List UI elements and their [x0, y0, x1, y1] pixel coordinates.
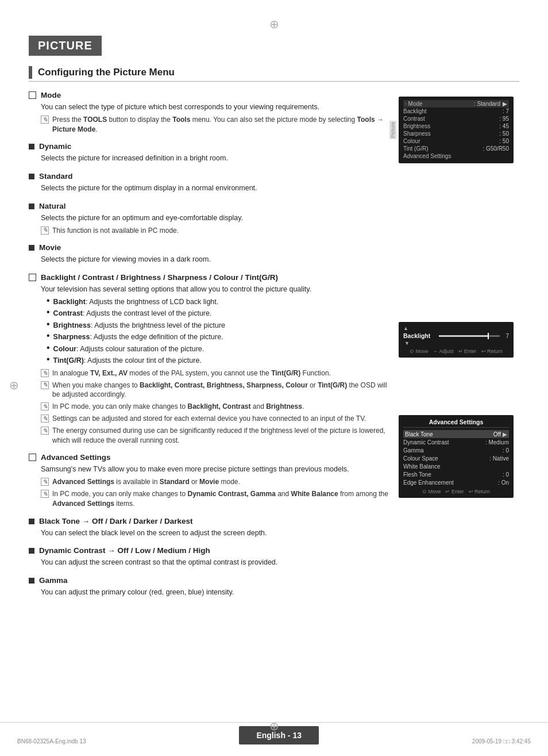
natural-desc: Selects the picture for an optimum and e…: [41, 213, 389, 224]
mode-note: ✎ Press the TOOLS button to display the …: [41, 115, 389, 135]
backlight-slider-row: Backlight 7: [403, 332, 509, 339]
panel-spacer2: [399, 358, 519, 415]
main-text: Mode You can select the type of picture …: [29, 91, 389, 606]
mode-desc: You can select the type of picture which…: [41, 102, 389, 113]
note-icon-bl5: ✎: [41, 427, 49, 435]
tv-advanced-label: Advanced Settings: [403, 153, 451, 159]
dot-bullet-1: •: [47, 296, 50, 305]
section-header: Configuring the Picture Menu: [29, 66, 519, 82]
tv-row-colour: Colour : 50: [403, 137, 509, 145]
gamma-title: Gamma: [39, 576, 68, 585]
backlight-track: [439, 335, 500, 337]
note-icon-bl4: ✎: [41, 415, 49, 423]
footer-left: BN68-02325A-Eng.indb 13: [17, 738, 86, 745]
movie-title-row: Movie: [29, 243, 389, 252]
gamma-body: You can adjust the primary colour (red, …: [41, 587, 389, 598]
adv-ctrl-enter: ↵ Enter: [445, 489, 464, 494]
backlight-note3: ✎ In PC mode, you can only make changes …: [41, 402, 389, 412]
backlight-checkbox: [29, 274, 36, 281]
blacktone-title-row: Black Tone → Off / Dark / Darker / Darke…: [29, 517, 389, 525]
tv-panel-picture: · Mode : Standard ▶ Backlight : 7 Contra…: [399, 97, 514, 163]
backlight-note1-text: In analogue TV, Ext., AV modes of the PA…: [52, 369, 331, 378]
page-title: PICTURE: [29, 36, 102, 56]
tv-row-backlight: Backlight : 7: [403, 108, 509, 115]
bullet-text-brightness: Brightness: Adjusts the brightness level…: [53, 321, 225, 331]
dyncontrast-section: Dynamic Contrast → Off / Low / Medium / …: [29, 546, 389, 568]
backlight-note2: ✎ When you make changes to Backlight, Co…: [41, 381, 389, 400]
natural-section: Natural Selects the picture for an optim…: [29, 202, 389, 236]
mode-body: You can select the type of picture which…: [41, 102, 389, 134]
bullet-tint: • Tint(G/R): Adjusts the colour tint of …: [47, 356, 389, 366]
bottom-decoration: ⊕: [269, 719, 279, 733]
standard-desc: Selects the picture for the optimum disp…: [41, 183, 389, 194]
bullet-text-sharpness: Sharpness: Adjusts the edge definition o…: [53, 332, 223, 343]
adv-ctrl-move: ⊙ Move: [422, 489, 441, 494]
note-icon-bl2: ✎: [41, 381, 49, 389]
tv-row-mode: · Mode : Standard ▶: [403, 100, 509, 108]
adv-colourspace-value: : Native: [489, 455, 509, 462]
tv-brightness-value: : 45: [499, 123, 509, 129]
adv-row-edge: Edge Enhancement : On: [403, 478, 509, 486]
tv-row-contrast: Contrast : 95: [403, 115, 509, 122]
bullet-contrast: • Contrast: Adjusts the contrast level o…: [47, 309, 389, 319]
left-decoration: ⊕: [9, 378, 19, 392]
gamma-title-row: Gamma: [29, 576, 389, 585]
dynamic-section: Dynamic Selects the picture for increase…: [29, 142, 389, 164]
bullet-brightness: • Brightness: Adjusts the brightness lev…: [47, 321, 389, 331]
backlight-panel-value: 7: [505, 333, 509, 339]
adv-blacktone-label: Black Tone: [405, 431, 433, 438]
adv-dyncontrast-value: : Medium: [485, 439, 509, 446]
tv-tint-label: Tint (G/R): [403, 145, 429, 152]
adv-blacktone-arrow: ▶: [503, 431, 507, 438]
tv-panel1-wrapper: Picture · Mode : Standard ▶ Backlight: [399, 97, 519, 163]
backlight-panel-header: ▲ Backlight 7 ▼: [403, 325, 509, 346]
footer-center: English - 13: [239, 726, 319, 745]
backlight-down-arrow: ▼: [403, 340, 509, 346]
adv-row-colourspace: Colour Space : Native: [403, 454, 509, 462]
tv-contrast-value: : 95: [499, 116, 509, 122]
backlight-note4-text: Settings can be adjusted and stored for …: [52, 414, 366, 424]
adv-whitebalance-label: White Balance: [403, 463, 440, 470]
standard-title-row: Standard: [29, 172, 389, 181]
backlight-panel-label: Backlight: [403, 332, 433, 339]
bullet-backlight: • Backlight: Adjusts the brightness of L…: [47, 297, 389, 308]
backlight-ctrl-return: ↩ Return: [481, 348, 503, 354]
mode-title-row: Mode: [29, 91, 389, 99]
tv-colour-value: : 50: [499, 138, 509, 144]
natural-title-row: Natural: [29, 202, 389, 210]
adv-row-dyncontrast: Dynamic Contrast : Medium: [403, 438, 509, 446]
dyncontrast-body: You can adjust the screen contrast so th…: [41, 557, 389, 568]
note-icon-adv1: ✎: [41, 478, 49, 486]
advanced-note2-text: In PC mode, you can only make changes to…: [52, 489, 389, 509]
note-icon-adv2: ✎: [41, 490, 49, 498]
tv-backlight-value: : 7: [503, 108, 509, 114]
tv-row-tint: Tint (G/R) : G50/R50: [403, 145, 509, 152]
advanced-title: Advanced Settings: [41, 453, 111, 462]
top-decoration: ⊕: [29, 17, 519, 31]
adv-row-fleshtone: Flesh Tone : 0: [403, 470, 509, 478]
tv-mode-label: · Mode: [405, 101, 423, 107]
mode-checkbox: [29, 91, 36, 99]
blacktone-body: You can select the black level on the sc…: [41, 528, 389, 539]
natural-bullet: [29, 204, 34, 209]
adv-gamma-value: : 0: [503, 447, 509, 454]
advanced-body: Samsung's new TVs allow you to make even…: [41, 464, 389, 508]
bullet-colour: • Colour: Adjusts colour saturation of t…: [47, 344, 389, 355]
backlight-bullet-list: • Backlight: Adjusts the brightness of L…: [47, 297, 389, 366]
gamma-bullet: [29, 578, 34, 584]
natural-body: Selects the picture for an optimum and e…: [41, 213, 389, 236]
mode-title: Mode: [41, 91, 61, 99]
standard-bullet: [29, 174, 34, 179]
footer-right: 2009-05-19 □□ 3:42:45: [472, 738, 531, 745]
tv-row-brightness: Brightness : 45: [403, 122, 509, 130]
backlight-title-row: Backlight / Contrast / Brightness / Shar…: [29, 273, 389, 282]
backlight-ctrl-adjust: ↔ Adjust: [433, 348, 453, 354]
adv-controls: ⊙ Move ↵ Enter ↩ Return: [403, 489, 509, 494]
adv-panel-title: Advanced Settings: [403, 419, 509, 428]
adv-colourspace-label: Colour Space: [403, 455, 438, 462]
adv-ctrl-return: ↩ Return: [469, 489, 491, 494]
backlight-section: Backlight / Contrast / Brightness / Shar…: [29, 273, 389, 445]
backlight-note4: ✎ Settings can be adjusted and stored fo…: [41, 414, 389, 424]
bullet-sharpness: • Sharpness: Adjusts the edge definition…: [47, 332, 389, 343]
page-wrapper: ⊕ PICTURE Configuring the Picture Menu M…: [0, 0, 548, 756]
